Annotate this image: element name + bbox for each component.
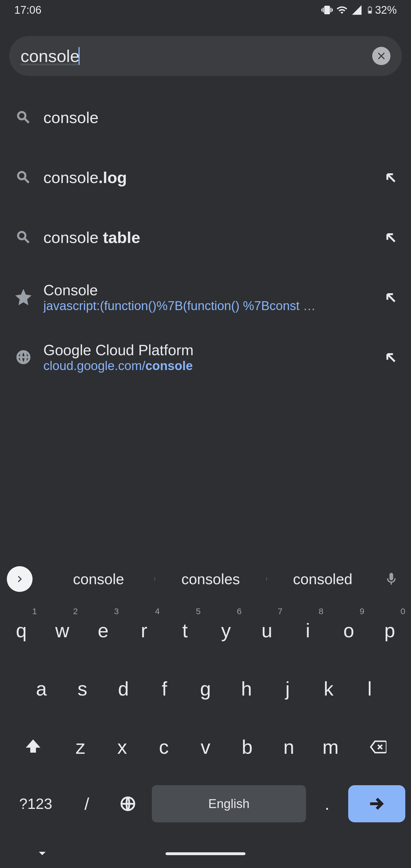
key-k[interactable]: k [309,663,348,714]
key-a[interactable]: a [22,663,61,714]
key-p[interactable]: 0p [370,605,409,656]
key-s[interactable]: s [63,663,102,714]
word-candidates: console consoles consoled [43,570,378,588]
suggestion-item[interactable]: console table [0,207,411,267]
status-icons: 32% [321,4,397,16]
star-icon [9,289,38,305]
key-h[interactable]: h [227,663,266,714]
key-z[interactable]: z [61,721,100,773]
key-l[interactable]: l [350,663,389,714]
space-key[interactable]: English [152,785,306,822]
cellular-icon [351,4,362,16]
suggestion-item[interactable]: Console javascript:(function()%7B(functi… [0,267,411,327]
shift-icon [25,738,42,755]
enter-key[interactable] [348,785,405,822]
wifi-icon [336,4,348,16]
suggestion-url: javascript:(function()%7B(function() %7B… [43,299,343,313]
chevron-right-icon [13,573,26,585]
search-icon [9,169,38,185]
keyboard-keys: 1q2w3e4r5t6y7u8i9o0p asdfghjkl zxcvbnm ?… [0,599,411,839]
omnibox-input[interactable]: console [21,46,80,66]
omnibox-container: console [0,20,411,76]
suggestion-text: Console javascript:(function()%7B(functi… [38,282,379,313]
system-nav-bar [0,839,411,868]
key-f[interactable]: f [145,663,184,714]
key-c[interactable]: c [144,721,184,773]
keyboard: console consoles consoled 1q2w3e4r5t6y7u… [0,559,411,868]
collapse-keyboard-button[interactable] [34,845,50,862]
refine-button[interactable] [379,350,402,365]
period-key[interactable]: . [310,779,344,828]
key-q[interactable]: 1q [2,605,41,656]
key-m[interactable]: m [311,721,350,773]
backspace-icon [369,738,386,755]
key-o[interactable]: 9o [329,605,368,656]
keyboard-bottom-row: ?123 / English . [2,779,409,839]
suggestion-text: Google Cloud Platform cloud.google.com/c… [38,341,379,373]
text-cursor [78,47,80,65]
clear-input-button[interactable] [372,47,390,65]
suggestion-text: console table [38,228,379,247]
expand-toolbar-button[interactable] [7,566,33,592]
suggestion-item[interactable]: console [0,87,411,147]
arrow-upleft-icon [383,170,398,185]
key-i[interactable]: 8i [288,605,327,656]
keyboard-row-3: zxcvbnm [2,721,409,773]
search-icon [9,110,38,125]
key-d[interactable]: d [104,663,143,714]
suggestion-item[interactable]: Google Cloud Platform cloud.google.com/c… [0,327,411,387]
chevron-down-icon [34,845,50,861]
key-y[interactable]: 6y [207,605,246,656]
status-bar: 17:06 32% [0,0,411,20]
suggestion-item[interactable]: console.log [0,147,411,207]
refine-button[interactable] [379,170,402,185]
shift-key[interactable] [7,721,59,773]
backspace-key[interactable] [352,721,404,773]
globe-icon [119,795,136,812]
language-switch-key[interactable] [108,779,148,828]
key-e[interactable]: 3e [84,605,123,656]
refine-button[interactable] [379,230,402,245]
slash-key[interactable]: / [70,779,104,828]
battery-pct: 32% [375,4,397,16]
key-x[interactable]: x [102,721,142,773]
arrow-right-icon [367,794,387,814]
omnibox[interactable]: console [9,36,402,76]
arrow-upleft-icon [383,290,398,305]
key-t[interactable]: 5t [165,605,204,656]
arrow-upleft-icon [383,230,398,245]
suggestion-text: console.log [38,168,379,187]
key-v[interactable]: v [186,721,225,773]
suggestion-title: Google Cloud Platform [43,341,379,359]
status-time: 17:06 [14,4,41,16]
key-r[interactable]: 4r [124,605,163,656]
keyboard-suggestion-bar: console consoles consoled [0,559,411,599]
voice-input-button[interactable] [378,571,404,586]
suggestion-title: Console [43,282,379,299]
keyboard-row-2: asdfghjkl [2,663,409,714]
search-icon [9,229,38,245]
suggestion-list: console console.log console table Con [0,76,411,387]
battery-group: 32% [366,4,397,16]
close-icon [376,50,387,62]
word-candidate[interactable]: console [43,570,154,588]
suggestion-text: console [38,108,402,127]
key-b[interactable]: b [227,721,267,773]
home-gesture-pill[interactable] [165,852,246,855]
refine-button[interactable] [379,290,402,305]
key-w[interactable]: 2w [42,605,82,656]
symbols-key[interactable]: ?123 [6,779,66,828]
vibrate-icon [321,4,333,16]
battery-icon [366,4,374,16]
globe-icon [9,349,38,365]
key-g[interactable]: g [186,663,225,714]
key-u[interactable]: 7u [247,605,286,656]
suggestion-url: cloud.google.com/console [43,359,343,373]
key-j[interactable]: j [268,663,307,714]
mic-icon [384,571,399,586]
keyboard-row-1: 1q2w3e4r5t6y7u8i9o0p [2,605,409,656]
key-n[interactable]: n [269,721,309,773]
word-candidate[interactable]: consoles [155,570,266,588]
word-candidate[interactable]: consoled [267,570,378,588]
arrow-upleft-icon [383,350,398,365]
